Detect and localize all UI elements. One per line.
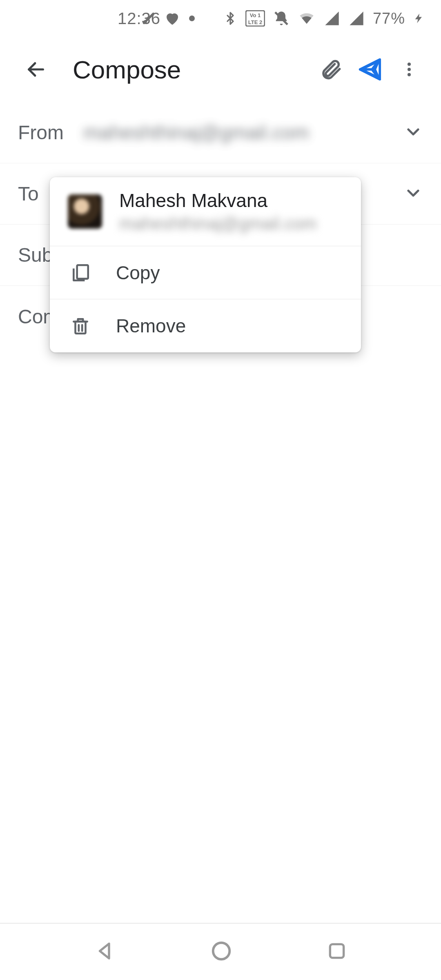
more-vert-icon: [400, 60, 418, 78]
mute-icon: [273, 10, 290, 27]
nav-back-icon: [94, 940, 116, 962]
svg-point-9: [408, 62, 411, 66]
popup-remove[interactable]: Remove: [50, 299, 361, 352]
chevron-down-icon: [403, 122, 423, 142]
signal-1-icon: [324, 10, 340, 27]
from-field[interactable]: From maheshthinaj@gmail.com: [0, 102, 441, 163]
avatar: [68, 194, 102, 229]
chevron-down-icon: [403, 183, 423, 203]
from-value: maheshthinaj@gmail.com: [83, 121, 309, 144]
send-icon: [358, 58, 382, 81]
battery-percent: 77%: [373, 10, 405, 27]
heart-icon: [164, 10, 181, 27]
app-bar-title: Compose: [73, 55, 311, 84]
from-label: From: [18, 121, 71, 144]
copy-icon: [70, 263, 91, 283]
back-button[interactable]: [16, 50, 56, 89]
svg-point-11: [408, 73, 411, 76]
svg-rect-13: [76, 322, 86, 334]
attach-button[interactable]: [311, 50, 350, 89]
to-label: To: [18, 183, 51, 205]
svg-text:Vo 1: Vo 1: [250, 12, 261, 18]
popup-contact-row[interactable]: Mahesh Makvana maheshthinaj@gmail.com: [50, 177, 361, 246]
svg-rect-18: [330, 944, 343, 958]
attachment-icon: [319, 58, 343, 81]
svg-point-1: [189, 16, 195, 21]
volte-icon: Vo 1LTE 2: [245, 10, 265, 27]
charging-icon: [413, 9, 425, 27]
contact-name: Mahesh Makvana: [119, 189, 317, 212]
svg-text:LTE 2: LTE 2: [248, 19, 262, 25]
contact-popup: Mahesh Makvana maheshthinaj@gmail.com Co…: [50, 177, 361, 352]
app-bar: Compose: [0, 37, 441, 102]
nav-home-icon: [210, 940, 232, 962]
popup-remove-label: Remove: [116, 315, 186, 337]
send-button[interactable]: [350, 50, 390, 89]
svg-point-17: [213, 943, 230, 960]
wifi-icon: [298, 10, 316, 27]
popup-copy[interactable]: Copy: [50, 246, 361, 299]
svg-point-10: [408, 68, 411, 71]
svg-rect-12: [77, 265, 88, 278]
to-expand[interactable]: [403, 183, 423, 205]
nav-back[interactable]: [94, 940, 116, 964]
system-nav-bar: [0, 923, 441, 980]
arrow-back-icon: [25, 59, 47, 80]
status-icons: Vo 1LTE 2 77%: [142, 9, 425, 27]
dot-icon: [189, 16, 195, 21]
nav-recent-icon: [327, 941, 347, 961]
contact-email: maheshthinaj@gmail.com: [119, 214, 317, 234]
signal-2-icon: [348, 10, 365, 27]
from-expand[interactable]: [403, 122, 423, 143]
trash-icon: [70, 316, 91, 336]
popup-copy-label: Copy: [116, 262, 160, 284]
nav-recent[interactable]: [327, 941, 347, 963]
status-time: 12:36: [118, 9, 160, 28]
svg-marker-16: [100, 944, 109, 958]
nav-home[interactable]: [210, 940, 232, 964]
bluetooth-icon: [223, 10, 237, 27]
more-button[interactable]: [390, 50, 429, 89]
status-bar: 12:36 Vo 1LTE 2 77%: [0, 0, 441, 37]
